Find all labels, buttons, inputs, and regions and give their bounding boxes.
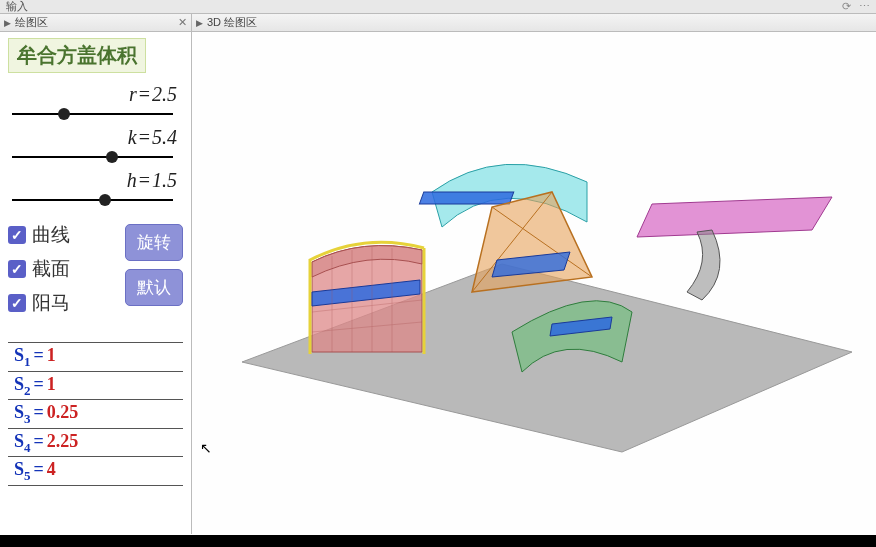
view3d[interactable] xyxy=(192,32,876,534)
result-row: S4=2.25 xyxy=(8,428,183,457)
cursor-icon: ↖ xyxy=(200,440,212,456)
red-quarter-cylinder xyxy=(310,242,424,354)
slider-h-label: h=1.5 xyxy=(127,169,177,191)
checkbox-curve-label: 曲线 xyxy=(32,222,70,248)
slider-r[interactable] xyxy=(12,106,173,122)
result-row: S1=1 xyxy=(8,342,183,371)
checkbox-yangma[interactable]: ✓ 阳马 xyxy=(8,290,119,316)
menubar[interactable]: 输入 ⟳ ⋯ xyxy=(0,0,876,14)
collapse-icon[interactable]: ▶ xyxy=(196,18,203,28)
checkbox-yangma-label: 阳马 xyxy=(32,290,70,316)
checkbox-curve[interactable]: ✓ 曲线 xyxy=(8,222,119,248)
collapse-icon[interactable]: ▶ xyxy=(4,18,11,28)
result-row: S2=1 xyxy=(8,371,183,400)
checkbox-section[interactable]: ✓ 截面 xyxy=(8,256,119,282)
results-list: S1=1S2=1S3=0.25S4=2.25S5=4 xyxy=(8,342,183,486)
graphics3d-panel-header[interactable]: ▶ 3D 绘图区 xyxy=(192,14,876,32)
check-icon: ✓ xyxy=(8,260,26,278)
slider-k[interactable] xyxy=(12,149,173,165)
result-row: S3=0.25 xyxy=(8,399,183,428)
graphics3d-panel-title: 3D 绘图区 xyxy=(207,15,257,30)
sliders-group: r=2.5 k=5.4 h=1.5 xyxy=(8,83,183,208)
graphics3d-panel: ▶ 3D 绘图区 xyxy=(192,14,876,534)
slider-k-label: k=5.4 xyxy=(128,126,177,148)
result-row: S5=4 xyxy=(8,456,183,486)
reset-button[interactable]: 默认 xyxy=(125,269,183,306)
svg-marker-0 xyxy=(637,197,832,237)
graphics-panel-title: 绘图区 xyxy=(15,15,48,30)
magenta-sheet xyxy=(637,197,832,300)
help-icon[interactable]: ⋯ xyxy=(859,0,870,13)
check-icon: ✓ xyxy=(8,294,26,312)
bottom-bar xyxy=(0,535,876,547)
close-icon[interactable]: ✕ xyxy=(178,16,187,29)
undo-icon[interactable]: ⟳ xyxy=(842,0,851,13)
checkbox-section-label: 截面 xyxy=(32,256,70,282)
graphics-panel-header[interactable]: ▶ 绘图区 ✕ xyxy=(0,14,191,32)
slider-h[interactable] xyxy=(12,192,173,208)
menubar-right: ⟳ ⋯ xyxy=(842,0,870,13)
rotate-button[interactable]: 旋转 xyxy=(125,224,183,261)
menu-hint: 输入 xyxy=(6,0,28,14)
page-title: 牟合方盖体积 xyxy=(8,38,146,73)
scene3d-svg xyxy=(192,32,876,534)
graphics-panel: ▶ 绘图区 ✕ 牟合方盖体积 r=2.5 k=5.4 xyxy=(0,14,192,534)
check-icon: ✓ xyxy=(8,226,26,244)
slider-r-label: r=2.5 xyxy=(129,83,177,105)
svg-rect-1 xyxy=(419,192,513,204)
